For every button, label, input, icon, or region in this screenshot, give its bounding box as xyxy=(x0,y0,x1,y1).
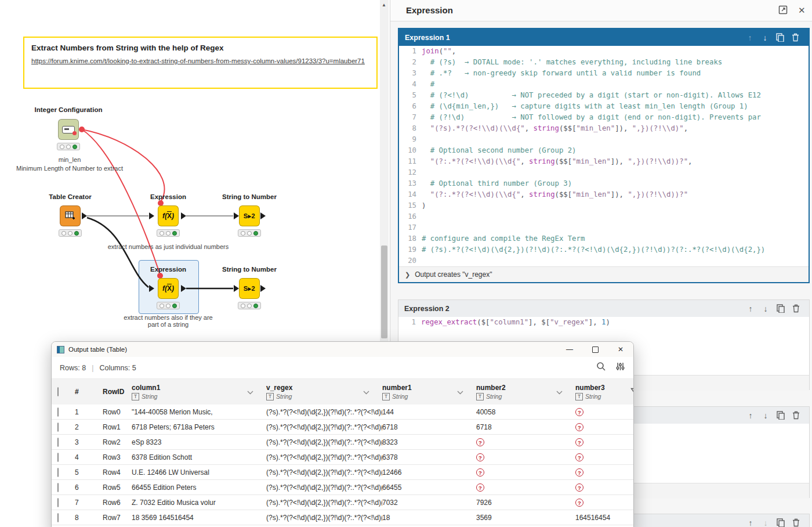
row-checkbox[interactable] xyxy=(57,423,59,432)
close-icon[interactable]: ✕ xyxy=(608,342,633,357)
code-line[interactable]: 18# configure and compile the RegEx Term xyxy=(399,233,809,244)
table-row[interactable]: 2Row16718 Peters; 6718a Peters(?s).*?(?<… xyxy=(52,420,633,435)
traffic-light-table-creator xyxy=(59,229,82,237)
column-header-number1[interactable]: number1 TString xyxy=(382,384,476,400)
code-line[interactable]: 5 # (?<!\d) → NOT preceded by a digit (s… xyxy=(399,90,809,101)
column-header-number3[interactable]: number3 TString xyxy=(575,384,621,400)
filter-funnel-icon[interactable] xyxy=(630,388,634,396)
table-row[interactable]: 1Row0"144-40058 Merion Music,(?s).*?(?<!… xyxy=(52,405,633,420)
rows-count-label: Rows: 8 xyxy=(60,364,86,372)
code-line[interactable]: 11 "(?:.*?(?<!\\d)(\\d{", string($$["min… xyxy=(399,156,809,167)
code-line[interactable]: 19# (?s).*?(?<!\d)(\d{2,})(?!\d)(?:.*?(?… xyxy=(399,244,809,255)
chevron-down-icon[interactable] xyxy=(247,391,253,395)
window-title-bar[interactable]: Output table (Table) — ✕ xyxy=(52,342,633,357)
string-type-icon: T xyxy=(476,393,484,400)
expand-icon[interactable] xyxy=(778,5,789,16)
move-up-icon[interactable]: ↑ xyxy=(743,303,758,315)
chevron-down-icon[interactable] xyxy=(556,391,563,395)
node-string-to-number-bottom[interactable]: S▸2 xyxy=(239,278,260,299)
column-header-column1[interactable]: column1 TString xyxy=(132,384,266,400)
table-row[interactable]: 7Row6Z. 7032 Editio Musica volur(?s).*?(… xyxy=(52,495,633,510)
move-down-icon[interactable]: ↓ xyxy=(757,32,773,44)
table-row[interactable]: 3Row2eSp 8323(?s).*?(?<!\d)(\d{2,})(?!\d… xyxy=(52,435,633,450)
minimize-icon[interactable]: — xyxy=(557,342,582,357)
code-line[interactable]: 1regex_extract($["column1"], $["v_regex"… xyxy=(398,317,809,328)
code-line[interactable]: 20 xyxy=(399,255,809,266)
number2-cell: ? xyxy=(476,483,575,492)
annotation-title: Extract Numbers from String with the hel… xyxy=(31,44,369,52)
code-line[interactable]: 7 # (?!\d) → NOT followed by a digit (en… xyxy=(399,112,809,123)
maximize-icon[interactable] xyxy=(582,342,608,357)
move-up-icon[interactable]: ↑ xyxy=(743,410,758,421)
code-line[interactable]: 14 "(?:.*?(?<!\\d)(\\d{", string($$["min… xyxy=(399,189,809,200)
code-line[interactable]: 17 xyxy=(399,222,809,233)
node-expression-top[interactable]: f(X) xyxy=(158,205,179,226)
copy-icon[interactable] xyxy=(773,303,788,315)
row-checkbox[interactable] xyxy=(57,438,59,447)
row-number-cell: 8 xyxy=(75,514,103,522)
chevron-down-icon[interactable] xyxy=(363,391,369,395)
expression-1-output-bar[interactable]: ❯ Output creates "v_regex" xyxy=(399,266,809,282)
copy-icon[interactable] xyxy=(773,32,788,44)
filter-settings-icon[interactable] xyxy=(615,362,625,371)
scrollbar-thumb[interactable] xyxy=(381,246,387,338)
move-down-icon[interactable]: ↓ xyxy=(758,303,773,315)
move-up-icon[interactable]: ↑ xyxy=(742,32,757,44)
code-line[interactable]: 1join("", xyxy=(399,46,809,57)
row-checkbox[interactable] xyxy=(57,513,59,522)
table-row[interactable]: 5Row4U.E. 12466 LW Universal(?s).*?(?<!\… xyxy=(52,465,633,480)
panel-title: Expression xyxy=(406,5,453,15)
close-icon[interactable]: ✕ xyxy=(798,5,809,16)
row-checkbox[interactable] xyxy=(57,483,59,492)
code-line[interactable]: 6 # (\d{min_len,}) → capture digits with… xyxy=(399,101,809,112)
column-header-v-regex[interactable]: v_regex TString xyxy=(266,384,382,400)
code-line[interactable]: 4 # xyxy=(399,79,809,90)
search-icon[interactable] xyxy=(596,362,606,371)
row-checkbox[interactable] xyxy=(57,453,59,462)
delete-icon[interactable] xyxy=(788,32,803,44)
table-body: 1Row0"144-40058 Merion Music,(?s).*?(?<!… xyxy=(52,405,633,525)
code-line[interactable]: 9 xyxy=(399,134,809,145)
table-row[interactable]: 6Row566455 Edition Peters(?s).*?(?<!\d)(… xyxy=(52,480,633,495)
number1-cell: 7032 xyxy=(382,499,476,507)
code-line[interactable]: 8 "(?s).*?(?<!\\d)(\\d{", string($$["min… xyxy=(399,123,809,134)
copy-icon[interactable] xyxy=(773,517,788,527)
row-checkbox[interactable] xyxy=(57,407,59,417)
move-down-icon[interactable]: ↓ xyxy=(758,517,773,527)
number1-cell: 12466 xyxy=(382,468,476,477)
node-title-string-to-number-bottom: String to Number xyxy=(222,266,277,273)
move-up-icon[interactable]: ↑ xyxy=(743,517,758,527)
column-header-number2[interactable]: number2 TString xyxy=(476,384,575,400)
table-row[interactable]: 4Row36378 Edition Schott(?s).*?(?<!\d)(\… xyxy=(52,450,633,465)
delete-icon[interactable] xyxy=(788,517,803,527)
code-line[interactable]: 10 # Optional second number (Group 2) xyxy=(399,145,809,156)
table-row[interactable]: 8Row718 3569 164516454(?s).*?(?<!\d)(\d{… xyxy=(52,510,633,525)
workflow-annotation[interactable]: Extract Numbers from String with the hel… xyxy=(23,37,378,89)
code-line[interactable]: 13 # Optional third number (Group 3) xyxy=(399,178,809,189)
expression-1-output-label: Output creates "v_regex" xyxy=(415,270,492,279)
annotation-link[interactable]: https://forum.knime.com/t/looking-to-ext… xyxy=(31,57,365,64)
delete-icon[interactable] xyxy=(788,303,803,315)
node-string-to-number-top[interactable]: S▸2 xyxy=(239,205,260,226)
chevron-down-icon[interactable] xyxy=(457,391,463,395)
node-title-expression-top: Expression xyxy=(150,193,186,200)
move-down-icon[interactable]: ↓ xyxy=(758,410,773,421)
code-line[interactable]: 12 xyxy=(399,167,809,178)
code-line[interactable]: 16 xyxy=(399,211,809,222)
code-line[interactable]: 2 # (?s) → DOTALL mode: '.' matches ever… xyxy=(399,57,809,68)
node-expression-bottom[interactable]: f(X) xyxy=(158,278,179,299)
copy-icon[interactable] xyxy=(773,410,788,421)
row-checkbox[interactable] xyxy=(57,498,59,507)
code-line[interactable]: 3 # .*? → non-greedy skip forward until … xyxy=(399,68,809,79)
expression-1-editor[interactable]: 1join("",2 # (?s) → DOTALL mode: '.' mat… xyxy=(399,46,809,266)
code-line[interactable]: 15) xyxy=(399,200,809,211)
delete-icon[interactable] xyxy=(788,410,803,421)
select-all-checkbox[interactable] xyxy=(57,387,59,396)
number3-cell: ? xyxy=(575,468,621,477)
node-integer-configuration[interactable] xyxy=(58,119,79,140)
node-title-table-creator: Table Creator xyxy=(49,193,91,200)
scroll-up-icon[interactable]: ▲ xyxy=(382,2,386,8)
row-checkbox[interactable] xyxy=(57,468,59,477)
output-table: # RowID column1 TString v_regex TString … xyxy=(52,379,633,525)
node-table-creator[interactable] xyxy=(60,205,81,226)
